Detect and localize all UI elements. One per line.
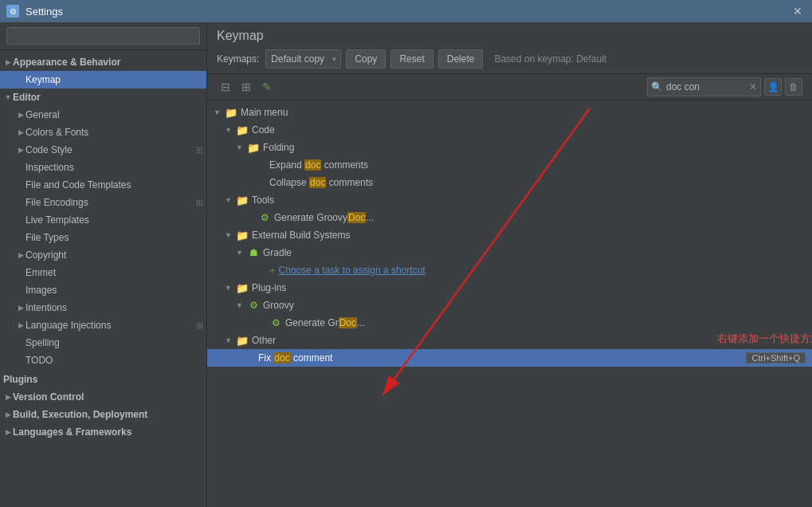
folder-icon: 📁 bbox=[236, 281, 249, 294]
expand-arrow bbox=[16, 233, 25, 242]
sidebar-item-file-code-templates[interactable]: File and Code Templates bbox=[0, 176, 206, 194]
tree-item-plugins[interactable]: ▼ 📁 Plug-ins bbox=[207, 279, 812, 297]
expand-arrow-icon: ▼ bbox=[225, 126, 236, 134]
sidebar-item-plugins[interactable]: Plugins bbox=[0, 371, 206, 388]
sidebar-item-build-execution[interactable]: ▶ Build, Execution, Deployment bbox=[0, 406, 206, 423]
plus-icon: + bbox=[269, 265, 276, 277]
expand-arrow-icon: ▼ bbox=[225, 231, 236, 239]
expand-arrow: ▶ bbox=[16, 128, 25, 137]
tree-item-folding[interactable]: ▼ 📁 Folding bbox=[207, 139, 812, 156]
copy-button[interactable]: Copy bbox=[346, 49, 386, 69]
based-on-label: Based on keymap: Default bbox=[494, 53, 606, 65]
sidebar-item-live-templates[interactable]: Live Templates bbox=[0, 211, 206, 229]
expand-arrow: ▶ bbox=[16, 250, 25, 260]
folder-icon: 📁 bbox=[236, 334, 249, 347]
collapse-all-button[interactable]: ⊞ bbox=[237, 78, 255, 96]
tree-item-main-menu[interactable]: ▼ 📁 Main menu bbox=[207, 104, 812, 121]
search-right: 🔍 ✕ 👤 🗑 bbox=[647, 77, 802, 96]
expand-arrow-icon: ▼ bbox=[225, 284, 236, 292]
scope-icon: ⊞ bbox=[196, 198, 203, 208]
sidebar-item-todo[interactable]: TODO bbox=[0, 352, 206, 369]
sidebar-item-appearance[interactable]: ▶ Appearance & Behavior bbox=[0, 53, 206, 71]
expand-arrow: ▶ bbox=[3, 57, 13, 67]
keymap-toolbar: Keymaps: Default copy Copy Reset Delete … bbox=[217, 49, 802, 69]
highlight-doc: doc bbox=[304, 159, 321, 171]
sidebar-item-emmet[interactable]: Emmet bbox=[0, 264, 206, 281]
clear-filter-button[interactable]: 🗑 bbox=[785, 78, 802, 96]
title-text: Settings bbox=[25, 6, 63, 18]
search-input[interactable] bbox=[666, 81, 746, 92]
tree-item-groovy[interactable]: ▼ ⚙ Groovy bbox=[207, 297, 812, 314]
tree-item-external-build[interactable]: ▼ 📁 External Build Systems bbox=[207, 226, 812, 244]
expand-arrow: ▶ bbox=[16, 110, 25, 120]
groovy-icon2: ⚙ bbox=[269, 316, 282, 329]
expand-arrow-icon: ▼ bbox=[236, 301, 247, 309]
groovy-folder-icon: ⚙ bbox=[247, 299, 260, 312]
search-glass-icon: 🔍 bbox=[651, 81, 663, 92]
sidebar-item-copyright[interactable]: ▶ Copyright bbox=[0, 246, 206, 264]
sidebar-item-file-encodings[interactable]: File Encodings ⊞ bbox=[0, 194, 206, 211]
expand-arrow: ▼ bbox=[3, 92, 13, 102]
edit-shortcut-button[interactable]: ✎ bbox=[258, 78, 276, 96]
sidebar-item-version-control[interactable]: ▶ Version Control bbox=[0, 388, 206, 406]
groovy-icon: ⚙ bbox=[258, 211, 271, 224]
sidebar-item-general[interactable]: ▶ General bbox=[0, 106, 206, 124]
highlight-doc: Doc bbox=[339, 317, 357, 328]
sidebar-search-input[interactable] bbox=[6, 27, 200, 45]
action-toolbar: ⊟ ⊞ ✎ 🔍 ✕ 👤 🗑 bbox=[207, 74, 812, 100]
sidebar-item-colors-fonts[interactable]: ▶ Colors & Fonts bbox=[0, 124, 206, 141]
tree-item-code[interactable]: ▼ 📁 Code bbox=[207, 121, 812, 139]
keymap-tree: ▼ 📁 Main menu ▼ 📁 Code ▼ 📁 Folding Expan… bbox=[207, 100, 812, 507]
sidebar-item-inspections[interactable]: Inspections bbox=[0, 159, 206, 176]
folder-icon: 📁 bbox=[236, 124, 249, 136]
keymaps-label: Keymaps: bbox=[217, 53, 259, 65]
tree-item-tools[interactable]: ▼ 📁 Tools bbox=[207, 191, 812, 209]
delete-button[interactable]: Delete bbox=[438, 49, 484, 69]
search-field: 🔍 ✕ bbox=[647, 77, 761, 96]
expand-arrow bbox=[16, 180, 25, 190]
expand-arrow-icon: ▼ bbox=[214, 108, 225, 116]
sidebar-item-editor[interactable]: ▼ Editor bbox=[0, 88, 206, 106]
sidebar-item-file-types[interactable]: File Types bbox=[0, 229, 206, 246]
scope-icon: ⊞ bbox=[196, 145, 203, 155]
tree-item-choose-task[interactable]: + Choose a task to assign a shortcut bbox=[207, 261, 812, 279]
highlight-doc: Doc bbox=[347, 212, 366, 223]
keymap-select[interactable]: Default copy bbox=[265, 49, 341, 69]
folder-icon: 📁 bbox=[225, 106, 237, 119]
folder-icon: 📁 bbox=[236, 194, 249, 206]
expand-arrow-icon: ▼ bbox=[236, 249, 247, 257]
tree-item-collapse-doc[interactable]: Collapse doc comments bbox=[207, 174, 812, 191]
sidebar-item-spelling[interactable]: Spelling bbox=[0, 334, 206, 352]
expand-arrow bbox=[16, 215, 25, 225]
close-button[interactable]: ✕ bbox=[790, 3, 806, 19]
sidebar-item-language-injections[interactable]: ▶ Language Injections ⊞ bbox=[0, 316, 206, 334]
title-bar: ⚙ Settings ✕ bbox=[0, 0, 812, 22]
sidebar-item-keymap[interactable]: Keymap bbox=[0, 71, 206, 88]
expand-arrow: ▶ bbox=[3, 427, 13, 437]
sidebar-item-code-style[interactable]: ▶ Code Style ⊞ bbox=[0, 141, 206, 159]
sidebar-item-intentions[interactable]: ▶ Intentions bbox=[0, 299, 206, 316]
tree-item-generate-groovy-tools[interactable]: ⚙ Generate GroovyDoc... bbox=[207, 209, 812, 226]
tree-item-other[interactable]: ▼ 📁 Other bbox=[207, 332, 812, 349]
expand-all-button[interactable]: ⊟ bbox=[217, 78, 234, 96]
expand-arrow-icon: ▼ bbox=[225, 336, 236, 344]
expand-arrow: ▶ bbox=[16, 145, 25, 155]
person-filter-button[interactable]: 👤 bbox=[764, 78, 782, 96]
reset-button[interactable]: Reset bbox=[390, 49, 433, 69]
gradle-icon: ☗ bbox=[247, 246, 260, 259]
search-clear-icon[interactable]: ✕ bbox=[749, 81, 757, 92]
expand-arrow bbox=[16, 338, 25, 348]
expand-arrow: ▶ bbox=[3, 410, 13, 419]
tree-item-gradle[interactable]: ▼ ☗ Gradle bbox=[207, 244, 812, 261]
expand-arrow bbox=[16, 75, 25, 84]
expand-arrow bbox=[16, 268, 25, 277]
tree-item-expand-doc[interactable]: Expand doc comments bbox=[207, 156, 812, 174]
sidebar-item-images[interactable]: Images bbox=[0, 281, 206, 299]
app-icon: ⚙ bbox=[6, 5, 19, 18]
panel-header: Keymap Keymaps: Default copy Copy Reset … bbox=[207, 22, 812, 74]
expand-arrow-icon: ▼ bbox=[225, 196, 236, 204]
sidebar-item-languages-frameworks[interactable]: ▶ Languages & Frameworks bbox=[0, 423, 206, 441]
tree-item-fix-doc-comment[interactable]: Fix doc comment Ctrl+Shift+Q bbox=[207, 349, 812, 367]
tree-item-generate-groovy-plugins[interactable]: ⚙ Generate GrDoc... bbox=[207, 314, 812, 332]
folder-icon: 📁 bbox=[236, 229, 249, 242]
